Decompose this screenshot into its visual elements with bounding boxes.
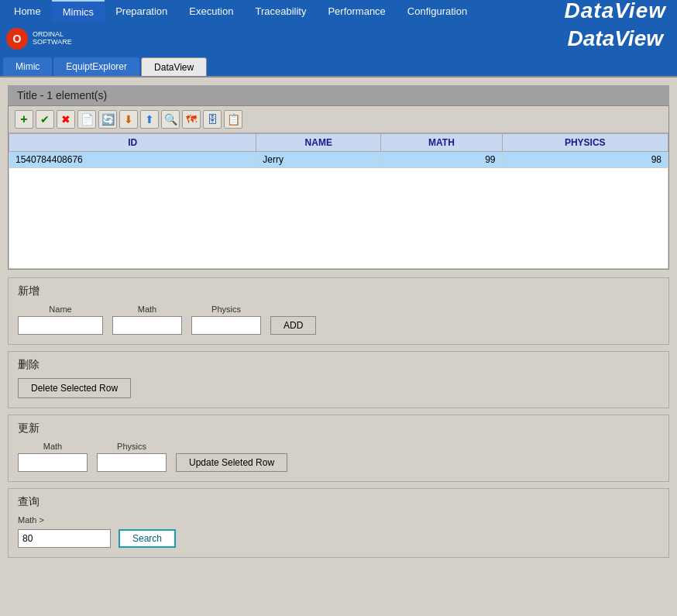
delete-panel: 删除 Delete Selected Row: [8, 351, 669, 408]
add-name-input[interactable]: [18, 316, 103, 335]
update-physics-group: Physics: [97, 442, 167, 472]
top-nav: Home Mimics Preparation Execution Tracea…: [0, 0, 677, 22]
update-math-input[interactable]: [18, 453, 88, 472]
add-physics-input[interactable]: [191, 316, 261, 335]
nav-home[interactable]: Home: [3, 0, 52, 22]
add-submit-button[interactable]: ADD: [270, 316, 316, 335]
list-button[interactable]: 📋: [224, 110, 242, 129]
nav-preparation[interactable]: Preparation: [105, 0, 178, 22]
search-math-gt-label: Math >: [18, 515, 659, 525]
search-panel-title: 查询: [18, 495, 659, 509]
add-name-group: Name: [18, 305, 103, 335]
logo: O ORDINAL SOFTWARE: [6, 28, 72, 50]
col-physics: PHYSICS: [502, 134, 668, 152]
add-physics-label: Physics: [191, 305, 261, 314]
cell-physics: 98: [502, 152, 668, 168]
col-name: NAME: [256, 134, 381, 152]
data-table-area: + ✔ ✖ 📄 🔄 ⬇ ⬆ 🔍 🗺 🗄 📋 ID NAME MATH PHYSI…: [8, 105, 669, 270]
nav-execution[interactable]: Execution: [178, 0, 244, 22]
main-content: Title - 1 element(s) + ✔ ✖ 📄 🔄 ⬇ ⬆ 🔍 🗺 🗄…: [0, 77, 677, 616]
delete-toolbar-button[interactable]: ✖: [57, 110, 75, 129]
logo-bar: O ORDINAL SOFTWARE DataView: [0, 22, 677, 56]
nav-performance[interactable]: Performance: [317, 0, 396, 22]
add-physics-group: Physics: [191, 305, 261, 335]
dataview-header-title: DataView: [568, 26, 671, 51]
subnav-mimic[interactable]: Mimic: [3, 57, 52, 76]
table-title: Title - 1 element(s): [8, 85, 669, 105]
cell-math: 99: [381, 152, 502, 168]
map-button[interactable]: 🗺: [182, 110, 201, 129]
delete-panel-title: 删除: [18, 358, 659, 372]
update-row-button[interactable]: Update Seleted Row: [176, 453, 287, 472]
add-panel: 新增 Name Math Physics ADD: [8, 277, 669, 345]
search-panel: 查询 Math > Search: [8, 488, 669, 558]
update-panel-title: 更新: [18, 422, 659, 435]
col-math: MATH: [381, 134, 502, 152]
delete-row-button[interactable]: Delete Selected Row: [18, 378, 131, 398]
add-math-group: Math: [112, 305, 182, 335]
add-math-label: Math: [112, 305, 182, 314]
copy-button[interactable]: 📄: [77, 110, 96, 129]
add-button[interactable]: +: [15, 110, 33, 129]
cell-name: Jerry: [256, 152, 381, 168]
toolbar: + ✔ ✖ 📄 🔄 ⬇ ⬆ 🔍 🗺 🗄 📋: [9, 106, 668, 133]
confirm-button[interactable]: ✔: [36, 110, 54, 129]
update-panel: 更新 Math Physics Update Seleted Row: [8, 415, 669, 482]
add-name-label: Name: [18, 305, 103, 314]
sub-nav: Mimic EquiptExplorer DataView: [0, 56, 677, 77]
subnav-equiptexplorer[interactable]: EquiptExplorer: [53, 57, 139, 76]
search-value-input[interactable]: [18, 529, 111, 548]
nav-mimics[interactable]: Mimics: [52, 0, 105, 22]
update-math-group: Math: [18, 442, 88, 472]
db-button[interactable]: 🗄: [203, 110, 222, 129]
nav-traceability[interactable]: Traceability: [244, 0, 317, 22]
col-id: ID: [9, 134, 256, 152]
add-panel-title: 新增: [18, 284, 659, 298]
import-button[interactable]: ⬇: [119, 110, 138, 129]
data-table: ID NAME MATH PHYSICS 1540784408676 Jerry…: [9, 133, 668, 269]
table-row[interactable]: 1540784408676 Jerry 99 98: [9, 152, 668, 168]
subnav-dataview[interactable]: DataView: [141, 57, 207, 76]
update-physics-label: Physics: [97, 442, 167, 451]
logo-icon: O: [6, 28, 28, 50]
search-field-group: Math > Search: [18, 515, 659, 548]
update-math-label: Math: [18, 442, 88, 451]
app-title: DataView: [565, 0, 674, 23]
update-physics-input[interactable]: [97, 453, 167, 472]
search-toolbar-button[interactable]: 🔍: [161, 110, 180, 129]
add-math-input[interactable]: [112, 316, 182, 335]
export-button[interactable]: ⬆: [140, 110, 159, 129]
nav-configuration[interactable]: Configuration: [397, 0, 478, 22]
refresh-button[interactable]: 🔄: [98, 110, 117, 129]
cell-id: 1540784408676: [9, 152, 256, 168]
search-button[interactable]: Search: [119, 529, 176, 548]
logo-text: ORDINAL SOFTWARE: [33, 31, 72, 46]
